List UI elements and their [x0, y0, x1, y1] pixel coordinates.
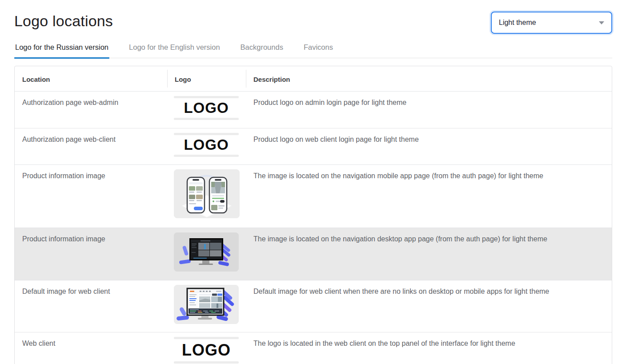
description-cell: The image is located on the navigation m…: [246, 165, 612, 228]
table-row[interactable]: Product information image: [15, 164, 612, 228]
mobile-app-preview: [174, 169, 240, 218]
location-cell: Authorization page web-admin: [15, 92, 167, 128]
chevron-down-icon: [599, 21, 604, 24]
desktop-app-light-preview: [174, 285, 239, 324]
location-cell: Product information image: [15, 165, 167, 228]
table-row-selected[interactable]: Product information image: [15, 228, 612, 280]
description-cell: Product logo on admin login page for lig…: [246, 92, 612, 128]
logo-cell: LOGO: [167, 92, 246, 128]
logo-top-bar: [174, 133, 239, 135]
location-cell: Authorization page web-client: [15, 128, 167, 164]
tab-logo-russian[interactable]: Logo for the Russian version: [14, 43, 109, 58]
description-cell: The logo is located in the web client on…: [246, 332, 612, 364]
logo-cell: LOGO: [167, 128, 246, 164]
page-title: Logo locations: [14, 11, 113, 31]
logo-word: LOGO: [174, 343, 239, 358]
logo-cell: [167, 165, 246, 228]
logo-word: LOGO: [174, 137, 239, 152]
location-cell: Default image for web client: [15, 280, 167, 332]
column-header-location: Location: [15, 66, 167, 91]
logo-text-preview: LOGO: [174, 133, 239, 157]
logo-bottom-bar: [174, 118, 239, 120]
logo-cell: [167, 228, 246, 280]
table-row[interactable]: Authorization page web-client LOGO Produ…: [15, 128, 612, 164]
table-row[interactable]: Authorization page web-admin LOGO Produc…: [15, 91, 612, 128]
logo-text-preview: LOGO: [174, 337, 239, 364]
logo-bottom-bar: [174, 155, 239, 157]
tab-logo-english[interactable]: Logo for the English version: [128, 43, 221, 58]
logo-top-bar: [174, 96, 239, 98]
logo-cell: [167, 280, 246, 332]
logo-bottom-bar: [174, 361, 239, 364]
table-row[interactable]: Default image for web client: [15, 280, 612, 332]
table-header-row: Location Logo Description: [15, 66, 612, 91]
logo-cell: LOGO: [167, 332, 246, 364]
description-cell: Default image for web client when there …: [246, 280, 612, 332]
logo-top-bar: [174, 337, 239, 339]
table-row[interactable]: Web client LOGO The logo is located in t…: [15, 332, 612, 364]
column-header-logo: Logo: [167, 66, 246, 91]
desktop-app-dark-preview: [174, 232, 239, 272]
description-cell: Product logo on web client login page fo…: [246, 128, 612, 164]
logo-text-preview: LOGO: [174, 96, 239, 120]
tabbar: Logo for the Russian version Logo for th…: [14, 43, 612, 58]
column-header-description: Description: [246, 66, 612, 91]
logo-locations-table: Location Logo Description Authorization …: [14, 66, 612, 364]
theme-select-value: Light theme: [499, 19, 536, 27]
logo-word: LOGO: [174, 100, 239, 116]
location-cell: Product information image: [15, 228, 167, 280]
description-cell: The image is located on the navigation d…: [246, 228, 612, 280]
theme-select[interactable]: Light theme: [491, 12, 612, 34]
location-cell: Web client: [15, 332, 167, 364]
tab-favicons[interactable]: Favicons: [303, 43, 334, 58]
tab-backgrounds[interactable]: Backgrounds: [240, 43, 284, 58]
